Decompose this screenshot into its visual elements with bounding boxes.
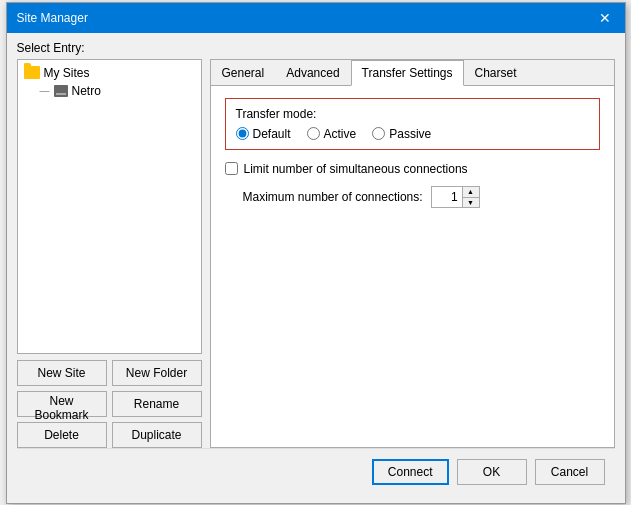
right-panel: General Advanced Transfer Settings Chars… [210,59,615,448]
max-conn-spinner: ▲ ▼ [431,186,480,208]
tree-area: My Sites — Netro [17,59,202,354]
spinner-up-button[interactable]: ▲ [463,187,479,197]
spinner-buttons: ▲ ▼ [462,187,479,207]
radio-default-text: Default [253,127,291,141]
radio-active-text: Active [324,127,357,141]
cancel-button[interactable]: Cancel [535,459,605,485]
dialog-body: Select Entry: My Sites — Netro New S [7,33,625,503]
limit-checkbox[interactable] [225,162,238,175]
title-bar: Site Manager ✕ [7,3,625,33]
rename-button[interactable]: Rename [112,391,202,417]
tab-transfer-settings[interactable]: Transfer Settings [351,60,464,86]
radio-passive-label[interactable]: Passive [372,127,431,141]
radio-default-label[interactable]: Default [236,127,291,141]
tree-root-label: My Sites [44,66,90,80]
max-conn-row: Maximum number of connections: ▲ ▼ [225,186,600,208]
delete-button[interactable]: Delete [17,422,107,448]
max-conn-label: Maximum number of connections: [243,190,423,204]
transfer-mode-label: Transfer mode: [236,107,589,121]
select-entry-label: Select Entry: [17,41,615,55]
tree-item-netro[interactable]: — Netro [22,82,197,100]
tab-advanced[interactable]: Advanced [275,60,350,86]
radio-active-label[interactable]: Active [307,127,357,141]
radio-passive-text: Passive [389,127,431,141]
button-grid: New Site New Folder New Bookmark Rename … [17,360,202,448]
connect-button[interactable]: Connect [372,459,449,485]
limit-checkbox-row: Limit number of simultaneous connections [225,162,600,176]
radio-group-transfer-mode: Default Active Passive [236,127,589,141]
tree-item-my-sites[interactable]: My Sites [22,64,197,82]
new-folder-button[interactable]: New Folder [112,360,202,386]
close-button[interactable]: ✕ [595,8,615,28]
left-panel: My Sites — Netro New Site New Folder New… [17,59,202,448]
tab-general[interactable]: General [211,60,276,86]
main-area: My Sites — Netro New Site New Folder New… [17,59,615,448]
spinner-down-button[interactable]: ▼ [463,197,479,207]
limit-checkbox-label: Limit number of simultaneous connections [244,162,468,176]
duplicate-button[interactable]: Duplicate [112,422,202,448]
radio-passive[interactable] [372,127,385,140]
tree-child-label: Netro [72,84,101,98]
ok-button[interactable]: OK [457,459,527,485]
radio-active[interactable] [307,127,320,140]
tab-content-transfer: Transfer mode: Default Active [211,86,614,447]
tab-charset[interactable]: Charset [464,60,528,86]
radio-default[interactable] [236,127,249,140]
server-icon [54,85,68,97]
transfer-mode-box: Transfer mode: Default Active [225,98,600,150]
folder-icon [24,66,40,79]
footer-row: Connect OK Cancel [17,448,615,493]
new-site-button[interactable]: New Site [17,360,107,386]
tabs-row: General Advanced Transfer Settings Chars… [211,60,614,86]
new-bookmark-button[interactable]: New Bookmark [17,391,107,417]
site-manager-dialog: Site Manager ✕ Select Entry: My Sites — … [6,2,626,504]
tree-connector: — [40,85,50,96]
dialog-title: Site Manager [17,11,88,25]
max-conn-input[interactable] [432,188,462,206]
